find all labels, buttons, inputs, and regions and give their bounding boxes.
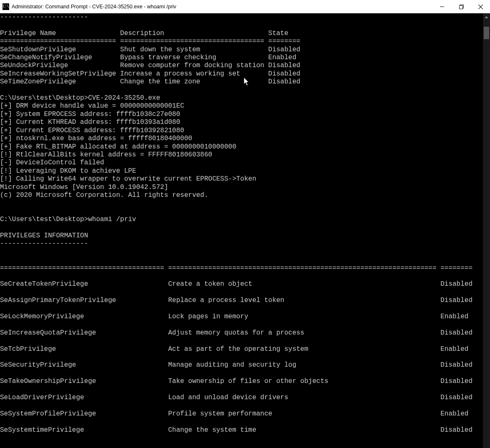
- minimize-button[interactable]: [432, 0, 452, 13]
- vertical-scrollbar[interactable]: [483, 13, 490, 448]
- window-title: Administrator: Command Prompt - CVE-2024…: [12, 4, 432, 10]
- close-button[interactable]: [471, 0, 490, 13]
- window-titlebar[interactable]: C:\ Administrator: Command Prompt - CVE-…: [0, 0, 490, 13]
- scrollbar-thumb[interactable]: [484, 27, 489, 39]
- svg-rect-2: [459, 5, 462, 9]
- scroll-up-arrow-icon[interactable]: [483, 13, 490, 20]
- cmd-icon: C:\: [3, 3, 9, 10]
- window-controls: [432, 0, 490, 13]
- terminal-area[interactable]: ---------------------- Privilege Name De…: [0, 13, 490, 448]
- terminal-content[interactable]: ---------------------- Privilege Name De…: [0, 13, 483, 448]
- maximize-button[interactable]: [452, 0, 471, 13]
- terminal-output: ---------------------- Privilege Name De…: [0, 13, 483, 434]
